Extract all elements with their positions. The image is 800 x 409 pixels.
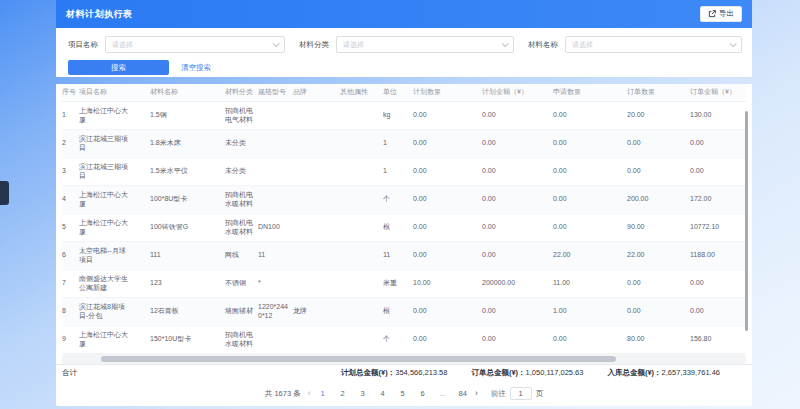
goto-page-input[interactable] <box>510 387 532 400</box>
table-row[interactable]: 7南侧盛达大学生公寓新建123不锈钢*米重10.00200000.0011.00… <box>62 269 746 297</box>
page-button-4[interactable]: 4 <box>378 389 388 398</box>
table-cell: 0.00 <box>413 101 482 129</box>
table-cell <box>293 325 340 353</box>
page-button-84[interactable]: 84 <box>458 389 468 398</box>
table-cell: 招商机电 水暖材料 <box>225 213 258 241</box>
column-header: 计划金额（¥） <box>482 84 553 101</box>
table-row[interactable]: 5上海松江中心大厦100铸铁管G招商机电 水暖材料DN100根0.000.000… <box>62 213 746 241</box>
table-cell <box>258 101 293 129</box>
table-cell: 根 <box>383 297 413 325</box>
table-row[interactable]: 4上海松江中心大厦100*8U型卡招商机电 水暖材料个0.000.000.002… <box>62 185 746 213</box>
filter-select[interactable]: 请选择 <box>105 36 285 53</box>
table-cell: 7 <box>62 269 79 297</box>
column-header: 序号 <box>62 84 79 101</box>
search-button[interactable]: 搜索 <box>68 60 169 75</box>
horizontal-scrollbar-thumb[interactable] <box>101 356 616 362</box>
export-button[interactable]: 导出 <box>700 6 742 22</box>
filter-field-2: 材料分类请选择 <box>299 36 514 53</box>
table-row[interactable]: 1上海松江中心大厦1.5铜招商机电 电气材料kg0.000.000.0020.0… <box>62 101 746 129</box>
table-cell: 22.00 <box>627 241 690 269</box>
page-title: 材料计划执行表 <box>66 8 133 21</box>
table-cell <box>293 157 340 185</box>
materials-table: 序号项目名称材料名称材料分类规格型号品牌其他属性单位计划数量计划金额（¥）申请数… <box>62 84 746 354</box>
table-cell: 0.00 <box>627 157 690 185</box>
title-bar: 材料计划执行表 导出 <box>56 0 752 28</box>
table-cell <box>340 129 383 157</box>
table-cell: 0.00 <box>413 241 482 269</box>
table-cell <box>258 129 293 157</box>
filter-select[interactable]: 请选择 <box>336 36 514 53</box>
table-cell: 南侧盛达大学生公寓新建 <box>79 269 150 297</box>
filter-select[interactable]: 请选择 <box>565 36 742 53</box>
vertical-scrollbar-thumb[interactable] <box>745 111 748 331</box>
table-cell: 上海松江中心大厦 <box>79 101 150 129</box>
column-header: 其他属性 <box>340 84 383 101</box>
page-button-5[interactable]: 5 <box>398 389 408 398</box>
page-button-3[interactable]: 3 <box>358 389 368 398</box>
prev-page-arrow[interactable]: ‹ <box>308 389 311 398</box>
table-row[interactable]: 3滨江花城三期项目1.5米水平仪未分类10.000.000.000.000.00 <box>62 157 746 185</box>
table-cell <box>258 185 293 213</box>
table-cell <box>340 185 383 213</box>
table-cell: 123 <box>150 269 225 297</box>
column-header: 单位 <box>383 84 413 101</box>
select-placeholder: 请选择 <box>572 40 593 50</box>
table-cell: 2 <box>62 129 79 157</box>
page-ellipsis[interactable]: ... <box>438 389 448 398</box>
table-cell: 0.00 <box>482 157 553 185</box>
table-cell: 172.00 <box>690 185 746 213</box>
table-cell: 0.00 <box>627 129 690 157</box>
summary-total-label: 合计 <box>62 368 77 378</box>
table-cell: 130.00 <box>690 101 746 129</box>
filter-label: 材料名称 <box>528 40 558 50</box>
table-cell <box>293 129 340 157</box>
table-cell: 0.00 <box>690 129 746 157</box>
clear-search-link[interactable]: 清空搜索 <box>181 63 211 73</box>
sidebar-collapsed-toggle[interactable] <box>0 181 9 205</box>
table-cell: * <box>258 269 293 297</box>
filter-label: 项目名称 <box>68 40 98 50</box>
column-header: 计划数量 <box>413 84 482 101</box>
table-cell: 根 <box>383 213 413 241</box>
table-cell: 1.8米木床 <box>150 129 225 157</box>
goto-unit: 页 <box>536 389 544 399</box>
table-cell: 太空电梯--月球项目 <box>79 241 150 269</box>
table-cell: 个 <box>383 325 413 353</box>
table-cell: 10.00 <box>413 269 482 297</box>
table-cell: 4 <box>62 185 79 213</box>
table-cell: 1220*2440*12 <box>258 297 293 325</box>
chevron-down-icon <box>502 40 509 47</box>
table-cell: 6 <box>62 241 79 269</box>
table-cell: 0.00 <box>553 157 627 185</box>
table-cell: 8 <box>62 297 79 325</box>
horizontal-scrollbar-track[interactable] <box>62 354 746 364</box>
table-cell: 5 <box>62 213 79 241</box>
table-cell: 22.00 <box>553 241 627 269</box>
table-cell: 1188.00 <box>690 241 746 269</box>
filter-field-1: 项目名称请选择 <box>68 36 285 53</box>
column-header: 材料名称 <box>150 84 225 101</box>
table-header-row: 序号项目名称材料名称材料分类规格型号品牌其他属性单位计划数量计划金额（¥）申请数… <box>62 84 746 101</box>
page-button-6[interactable]: 6 <box>418 389 428 398</box>
table-row[interactable]: 8滨江花城8期项目-分包12石膏板墙面辅材1220*2440*12龙牌根0.00… <box>62 297 746 325</box>
summary-items: 计划总金额(¥)：354,566,213.58订单总金额(¥)：1,050,11… <box>341 368 746 378</box>
table-row[interactable]: 9上海松江中心大厦150*10U型卡招商机电 水暖材料个0.000.000.00… <box>62 325 746 353</box>
summary-item-label: 订单总金额(¥)： <box>471 368 525 377</box>
summary-item: 订单总金额(¥)：1,050,117,025.63 <box>471 368 583 378</box>
table-cell: 156.80 <box>690 325 746 353</box>
table-cell: 150*10U型卡 <box>150 325 225 353</box>
summary-item-value: 2,657,339,761.46 <box>662 368 720 377</box>
table-panel: 序号项目名称材料名称材料分类规格型号品牌其他属性单位计划数量计划金额（¥）申请数… <box>56 84 752 406</box>
page-button-2[interactable]: 2 <box>338 389 348 398</box>
table-cell: 0.00 <box>627 297 690 325</box>
next-page-arrow[interactable]: › <box>475 389 478 398</box>
table-cell: 100*8U型卡 <box>150 185 225 213</box>
table-row[interactable]: 2滨江花城三期项目1.8米木床未分类10.000.000.000.000.00 <box>62 129 746 157</box>
goto-page: 前往 页 <box>491 387 544 400</box>
page-button-1[interactable]: 1 <box>318 389 328 398</box>
table-cell <box>340 297 383 325</box>
table-cell: 0.00 <box>627 269 690 297</box>
table-cell: 0.00 <box>690 297 746 325</box>
table-cell: 90.00 <box>627 213 690 241</box>
table-row[interactable]: 6太空电梯--月球项目111网线11110.000.0022.0022.0011… <box>62 241 746 269</box>
